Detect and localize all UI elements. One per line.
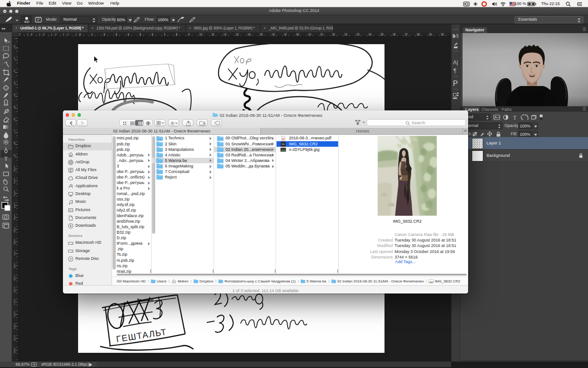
svg-text:T: T [513,115,517,121]
svg-text:5: 5 [456,34,459,39]
svg-text:P: P [453,80,458,87]
svg-text:¶: ¶ [453,68,456,74]
svg-text:A|: A| [453,59,458,66]
svg-text:T: T [4,155,8,162]
